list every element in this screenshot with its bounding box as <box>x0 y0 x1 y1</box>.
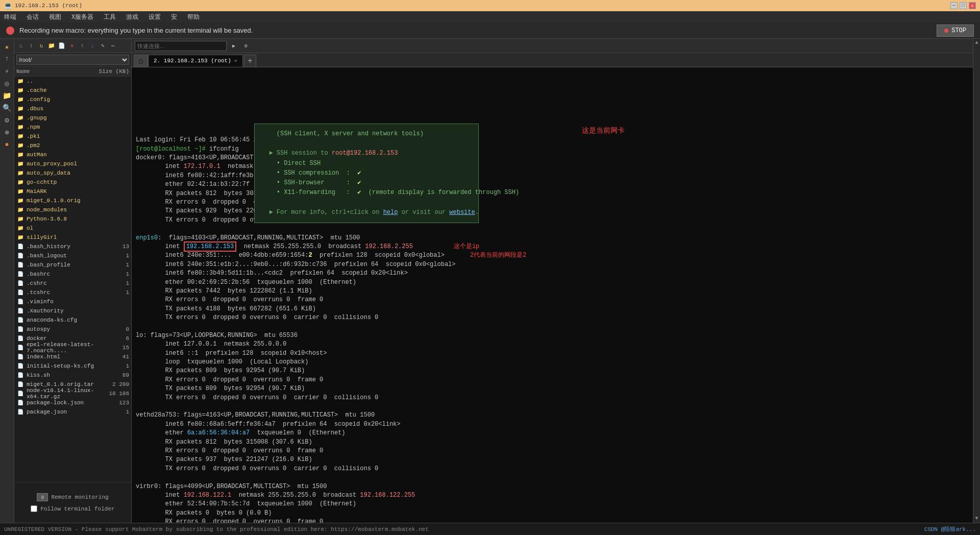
list-item[interactable]: 📄 autospy 0 <box>14 325 131 334</box>
fp-btn-download[interactable]: ↓ <box>88 41 97 51</box>
list-item[interactable]: 📄 .Xauthority <box>14 306 131 315</box>
sidebar-icon-bolt[interactable]: ⚡ <box>2 65 13 77</box>
menu-session[interactable]: 会话 <box>24 12 41 22</box>
list-item[interactable]: 📁 .cache <box>14 86 131 95</box>
file-icon: 📄 <box>16 298 24 306</box>
file-item-name: ol <box>27 225 99 231</box>
list-item[interactable]: 📄 .tcshrc 1 <box>14 288 131 297</box>
file-item-name: .bash_profile <box>27 262 99 268</box>
folder-icon: 📁 <box>16 160 24 168</box>
list-item[interactable]: 📁 .config <box>14 95 131 104</box>
right-scrollbar[interactable]: ▲ ▼ <box>973 39 980 523</box>
terminal-line: RX packets 7442 bytes 1222862 (1.1 MiB) <box>136 287 969 296</box>
terminal-line: TX packets 937 bytes 221247 (216.0 KiB) <box>136 455 969 464</box>
quickconnect-input[interactable] <box>135 41 227 51</box>
list-item[interactable]: 📁 node_modules <box>14 205 131 214</box>
list-item[interactable]: 📄 .bashrc 1 <box>14 270 131 279</box>
fp-btn-refresh[interactable]: ↻ <box>37 41 46 51</box>
folder-icon: 📁 <box>16 215 24 223</box>
menu-terminal[interactable]: 终端 <box>2 12 18 22</box>
menu-xserver[interactable]: X服务器 <box>69 12 95 22</box>
sidebar-icon-gear[interactable]: ⚙ <box>2 114 13 126</box>
stop-button[interactable]: STOP <box>937 25 974 37</box>
list-item[interactable]: 📁 go-cchttp <box>14 178 131 187</box>
list-item[interactable]: 📁 .gnupg <box>14 113 131 123</box>
menu-settings[interactable]: 设置 <box>146 12 163 22</box>
file-item-name: .bash_logout <box>27 253 99 259</box>
tab-home-button[interactable]: ⌂ <box>134 55 148 67</box>
scroll-down-button[interactable]: ▼ <box>974 516 980 522</box>
list-item[interactable]: 📁 Python-3.6.8 <box>14 214 131 224</box>
list-item[interactable]: 📄 anaconda-ks.cfg <box>14 315 131 325</box>
list-item[interactable]: 📄 kiss.sh 89 <box>14 371 131 380</box>
list-item[interactable]: 📁 sillyGirl <box>14 233 131 242</box>
list-item[interactable]: 📄 .cshrc 1 <box>14 279 131 288</box>
list-item[interactable]: 📄 node-v10.14.1-linux-x64.tar.gz 18 186 <box>14 389 131 398</box>
file-icon: 📄 <box>16 288 24 297</box>
tab-close-button[interactable]: ✕ <box>234 58 237 64</box>
follow-terminal-checkbox-row[interactable]: Follow terminal folder <box>31 505 114 512</box>
list-item[interactable]: 📁 ol <box>14 224 131 233</box>
file-icon: 📄 <box>16 399 24 407</box>
fp-btn-home[interactable]: ⌂ <box>16 41 26 51</box>
list-item[interactable]: 📄 epel-release-latest-7.noarch.... 15 <box>14 343 131 352</box>
list-item[interactable]: 📄 package-lock.json 123 <box>14 398 131 407</box>
menu-tools[interactable]: 工具 <box>102 12 118 22</box>
follow-terminal-checkbox[interactable] <box>31 505 37 512</box>
list-item[interactable]: 📁 .pm2 <box>14 141 131 150</box>
list-item[interactable]: 📄 initial-setup-ks.cfg 1 <box>14 361 131 371</box>
sidebar-icon-up[interactable]: ↑ <box>2 53 13 64</box>
sidebar-icon-dot[interactable]: ● <box>2 139 13 150</box>
list-item[interactable]: 📁 .npm <box>14 123 131 132</box>
scroll-up-button[interactable]: ▲ <box>974 40 980 46</box>
path-selector[interactable]: /root/ <box>16 55 129 65</box>
qc-settings-button[interactable]: ⚙ <box>241 41 251 51</box>
menu-view[interactable]: 视图 <box>47 12 63 22</box>
fp-btn-more[interactable]: ⋯ <box>108 41 117 51</box>
minimize-button[interactable]: ─ <box>950 2 958 9</box>
menu-games[interactable]: 游戏 <box>124 12 140 22</box>
sidebar-icon-folder[interactable]: 📁 <box>2 90 13 101</box>
close-button[interactable]: ✕ <box>969 2 976 9</box>
list-item[interactable]: 📄 index.html 41 <box>14 352 131 361</box>
menu-security[interactable]: 安 <box>169 12 179 22</box>
sidebar-icon-plus[interactable]: ⊕ <box>2 127 13 138</box>
list-item[interactable]: 📁 MaiARK <box>14 187 131 196</box>
list-item[interactable]: 📁 miget_0.1.0.orig <box>14 196 131 205</box>
list-item[interactable]: 📁 auto_spy_data <box>14 168 131 178</box>
fp-btn-new-file[interactable]: 📄 <box>57 41 66 51</box>
remote-monitoring-button[interactable]: 🖥 Remote monitoring <box>37 493 108 501</box>
col-size: Size (KB) <box>99 66 129 76</box>
file-icon: 📄 <box>16 307 24 315</box>
fp-btn-upload[interactable]: ↑ <box>78 41 87 51</box>
list-item[interactable]: 📄 .bash_history 13 <box>14 242 131 251</box>
list-item[interactable]: 📁 autMan <box>14 150 131 159</box>
sidebar-icon-circle[interactable]: ◎ <box>2 78 13 89</box>
file-panel-toolbar: ⌂ ↑ ↻ 📁 📄 ✕ ↑ ↓ ✎ ⋯ <box>14 39 131 53</box>
fp-btn-up[interactable]: ↑ <box>27 41 36 51</box>
fp-btn-delete[interactable]: ✕ <box>67 41 77 51</box>
menu-help[interactable]: 帮助 <box>185 12 202 22</box>
ssh-info-popup: (SSH client, X server and network tools)… <box>254 124 479 223</box>
terminal-line: inet6 ::1 prefixlen 128 scopeid 0x10<hos… <box>136 349 969 358</box>
list-item[interactable]: 📄 .viminfo <box>14 297 131 306</box>
sidebar-icon-star[interactable]: ★ <box>2 41 13 52</box>
col-name: Name <box>16 66 99 76</box>
list-item[interactable]: 📁 .dbus <box>14 104 131 113</box>
terminal-line <box>136 323 969 331</box>
list-item[interactable]: 📁 auto_proxy_pool <box>14 159 131 168</box>
list-item[interactable]: 📄 package.json 1 <box>14 407 131 417</box>
list-item[interactable]: 📁 .. <box>14 77 131 86</box>
list-item[interactable]: 📄 .bash_profile 1 <box>14 260 131 270</box>
sidebar-icon-search[interactable]: 🔍 <box>2 102 13 113</box>
fp-btn-edit[interactable]: ✎ <box>98 41 107 51</box>
file-item-name: .pki <box>27 133 99 139</box>
qc-connect-button[interactable]: ▶ <box>229 41 239 51</box>
list-item[interactable]: 📄 .bash_logout 1 <box>14 251 131 260</box>
tab-new-button[interactable]: + <box>244 55 256 67</box>
list-item[interactable]: 📁 .pki <box>14 132 131 141</box>
folder-icon: 📁 <box>16 95 24 104</box>
tab-session-1[interactable]: 2. 192.168.2.153 (root) ✕ <box>148 55 243 67</box>
maximize-button[interactable]: □ <box>960 2 967 9</box>
fp-btn-new-folder[interactable]: 📁 <box>47 41 56 51</box>
